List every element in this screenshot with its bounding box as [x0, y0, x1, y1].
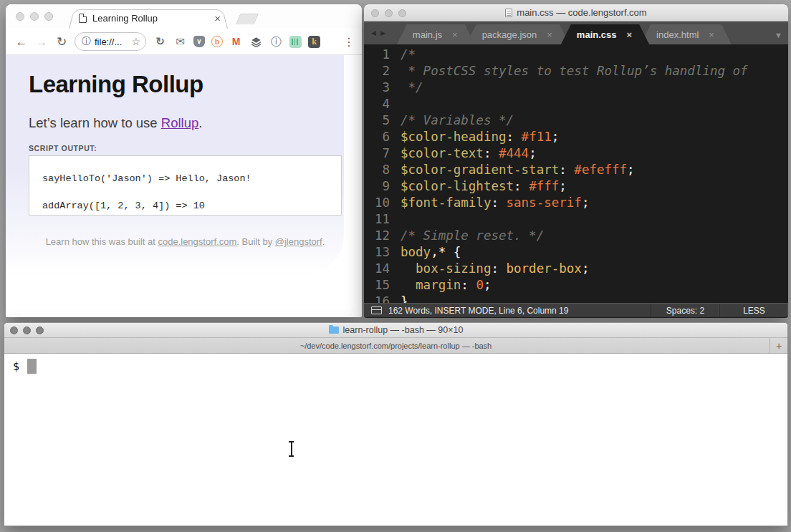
jlengstorf-link[interactable]: @jlengstorf: [275, 236, 322, 247]
code-token: $color-text: [401, 145, 484, 162]
rollup-link[interactable]: Rollup: [161, 115, 198, 130]
minimize-window-button[interactable]: [385, 9, 393, 17]
code-line: 1/*: [364, 47, 788, 63]
code-line: 16}: [364, 294, 788, 303]
minimize-window-button[interactable]: [23, 327, 31, 334]
code-token: 0: [476, 277, 484, 294]
code-line: 15 margin: 0;: [364, 277, 788, 294]
close-window-button[interactable]: [16, 12, 24, 21]
pocket-icon[interactable]: ∨: [193, 36, 205, 47]
minimize-window-button[interactable]: [30, 12, 39, 21]
footer-suffix: .: [322, 236, 325, 247]
close-window-button[interactable]: [10, 327, 18, 334]
info-icon[interactable]: ⓘ: [269, 35, 283, 49]
tab-close-icon[interactable]: ×: [547, 29, 552, 40]
bookmark-star-icon[interactable]: ☆: [131, 36, 140, 47]
terminal-content[interactable]: $: [4, 354, 787, 526]
tab-list-dropdown-icon[interactable]: ▼: [775, 31, 782, 39]
editor-window-title: main.css — code.lengstorf.com: [517, 7, 646, 18]
browser-tab-title: Learning Rollup: [92, 13, 208, 24]
code-token: [401, 261, 416, 277]
line-number: 11: [364, 211, 390, 228]
close-window-button[interactable]: [371, 9, 379, 17]
editor-tab-main.js[interactable]: main.js×: [397, 24, 475, 44]
new-tab-button[interactable]: [236, 14, 259, 24]
code-token: box-sizing: [416, 261, 491, 277]
syntax-setting[interactable]: LESS: [719, 304, 788, 317]
line-number: 12: [364, 228, 390, 244]
shell-prompt: $: [13, 360, 19, 373]
tab-close-icon[interactable]: ×: [709, 29, 714, 40]
code-line: 9$color-lightest: #fff;: [364, 178, 788, 195]
script-output-line: addArray([1, 2, 3, 4]) => 10: [42, 193, 341, 220]
script-output-label: SCRIPT OUTPUT:: [29, 144, 97, 153]
zoom-window-button[interactable]: [398, 9, 406, 17]
line-number: 15: [364, 277, 390, 294]
terminal-tab-title[interactable]: ~/dev/code.lengstorf.com/projects/learn-…: [300, 342, 492, 350]
panel-toggle-icon[interactable]: [371, 306, 382, 314]
reload-icon[interactable]: ↻: [54, 36, 69, 48]
code-token: #efefff: [574, 162, 627, 178]
code-token: * PostCSS styles to test Rollup’s handli…: [401, 63, 748, 79]
editor-tab-index.html[interactable]: index.html×: [641, 24, 732, 44]
editor-tab-main.css[interactable]: main.css×: [561, 24, 649, 44]
code-token: /*: [401, 47, 416, 63]
editor-tab-package.json[interactable]: package.json×: [466, 24, 570, 44]
intro-prefix: Let’s learn how to use: [29, 115, 161, 130]
layers-icon[interactable]: [249, 35, 263, 49]
gmail-icon[interactable]: M: [229, 35, 243, 49]
line-number: 3: [364, 79, 390, 96]
line-number: 1: [364, 47, 390, 63]
document-icon: [505, 9, 512, 17]
code-token: :: [484, 145, 499, 162]
page-title: Learning Rollup: [29, 71, 203, 98]
page-favicon-icon: [79, 14, 87, 23]
code-token: $color-lightest: [401, 178, 514, 195]
terminal-new-tab-button[interactable]: +: [770, 338, 787, 353]
code-line: 8$color-gradient-start: #efefff;: [364, 162, 788, 178]
tab-close-icon[interactable]: ×: [214, 13, 221, 24]
script-output-box: sayHelloTo('Jason') => Hello, Jason!addA…: [29, 155, 342, 216]
extension-row: ↻✉∨bMⓘk: [153, 35, 320, 49]
browser-tab[interactable]: Learning Rollup ×: [69, 8, 228, 29]
editor-tab-label: package.json: [482, 29, 537, 40]
address-bar[interactable]: ⓘ file://... ☆: [75, 32, 146, 51]
site-info-icon[interactable]: ⓘ: [82, 35, 91, 48]
code-lengstorf-link[interactable]: code.lengstorf.com: [158, 236, 236, 247]
browser-tabstrip: Learning Rollup ×: [6, 4, 362, 29]
browser-menu-icon[interactable]: ⋮: [343, 35, 355, 49]
line-number: 9: [364, 178, 390, 195]
code-token: ;: [559, 178, 567, 195]
browser-window: Learning Rollup × ← → ↻ ⓘ file://... ☆ ↻…: [6, 4, 362, 317]
back-icon[interactable]: ←: [14, 36, 29, 48]
terminal-tabbar: ~/dev/code.lengstorf.com/projects/learn-…: [4, 338, 787, 354]
code-token: [401, 277, 416, 294]
zoom-window-button[interactable]: [36, 327, 44, 334]
keybase-icon[interactable]: k: [308, 36, 320, 48]
tab-close-icon[interactable]: ×: [627, 29, 633, 40]
buffer-icon[interactable]: b: [211, 36, 223, 47]
indent-setting[interactable]: Spaces: 2: [651, 304, 719, 317]
zoom-window-button[interactable]: [44, 12, 53, 21]
code-token: }: [401, 294, 408, 303]
tab-scroll-left-icon[interactable]: ◀: [371, 29, 376, 37]
code-token: ,: [431, 244, 438, 261]
tab-close-icon[interactable]: ×: [452, 29, 458, 40]
code-token: ;: [529, 145, 537, 162]
line-number: 6: [364, 129, 390, 145]
editor-tab-label: main.css: [577, 29, 617, 40]
forward-icon[interactable]: →: [34, 36, 49, 48]
editor-titlebar: main.css — code.lengstorf.com: [364, 4, 788, 21]
tab-scroll-right-icon[interactable]: ▶: [380, 29, 385, 37]
url-text[interactable]: file://...: [95, 37, 128, 47]
code-editor-area[interactable]: 1/*2 * PostCSS styles to test Rollup’s h…: [364, 44, 788, 303]
code-token: ;: [552, 129, 560, 145]
prompt-line: $: [13, 359, 37, 374]
browser-toolbar: ← → ↻ ⓘ file://... ☆ ↻✉∨bMⓘk ⋮: [6, 29, 362, 55]
tab-reload-icon[interactable]: ↻: [153, 35, 167, 49]
code-token: :: [514, 178, 529, 195]
code-token: $color-heading: [401, 129, 507, 145]
line-number: 5: [364, 112, 390, 129]
inbox-icon[interactable]: ✉: [173, 35, 187, 49]
audio-wave-icon[interactable]: [289, 36, 302, 48]
